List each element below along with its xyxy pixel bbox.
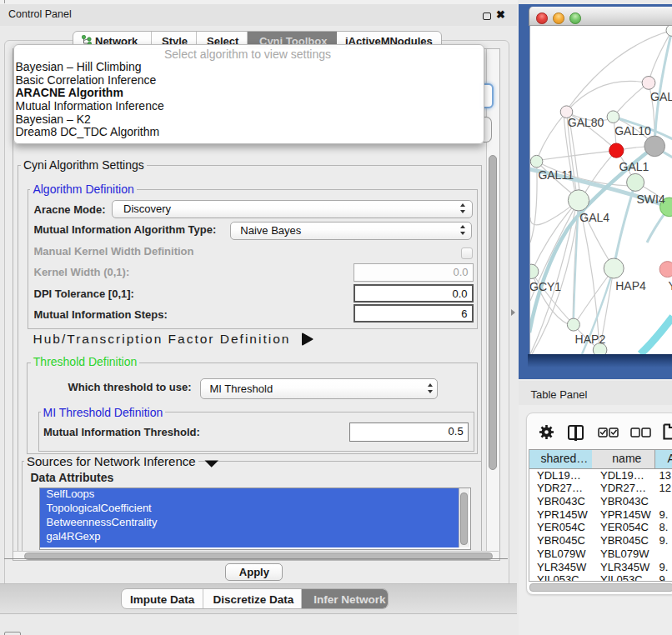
svg-text:GAL7: GAL7 — [650, 90, 672, 103]
svg-text:HAP2: HAP2 — [574, 332, 605, 346]
svg-text:GAL10: GAL10 — [614, 123, 651, 137]
svg-text:GAL11: GAL11 — [538, 168, 574, 181]
svg-text:GAL4: GAL4 — [579, 210, 609, 223]
svg-text:GAL80: GAL80 — [568, 116, 604, 129]
svg-text:HAP4: HAP4 — [615, 278, 646, 292]
svg-text:SWI4: SWI4 — [636, 192, 664, 205]
svg-text:GAL1: GAL1 — [619, 159, 649, 172]
svg-text:GCY1: GCY1 — [530, 279, 561, 292]
svg-text:Y: Y — [668, 278, 672, 292]
